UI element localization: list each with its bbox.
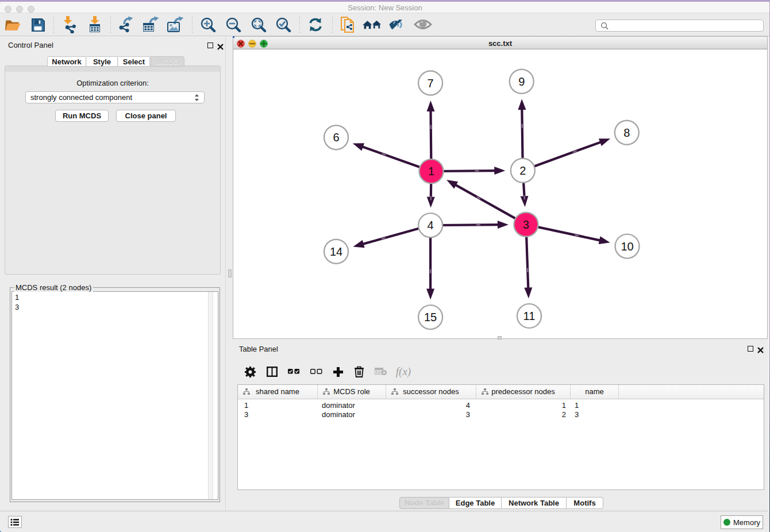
svg-text:10: 10 <box>621 240 633 253</box>
svg-text:2: 2 <box>519 164 526 177</box>
svg-text:9: 9 <box>518 75 525 88</box>
svg-text:11: 11 <box>523 310 536 322</box>
svg-text:6: 6 <box>333 131 339 144</box>
svg-text:15: 15 <box>424 311 437 323</box>
svg-text:8: 8 <box>623 126 630 139</box>
svg-text:3: 3 <box>523 218 529 231</box>
svg-text:4: 4 <box>428 219 434 232</box>
svg-text:14: 14 <box>330 245 342 258</box>
svg-text:7: 7 <box>428 77 434 90</box>
svg-text:1: 1 <box>428 165 434 178</box>
